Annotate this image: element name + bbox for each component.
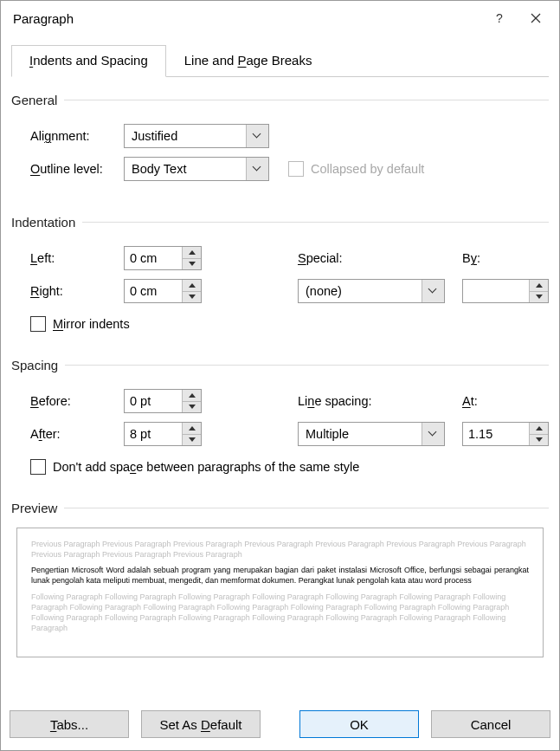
- step-up-button[interactable]: [530, 423, 548, 435]
- label-no-space-same-style: Don't add space between paragraphs of th…: [53, 460, 359, 474]
- group-heading-spacing: Spacing: [11, 358, 58, 372]
- group-indentation: Indentation Left: Special: By:: [11, 215, 549, 332]
- tabs-button[interactable]: Tabs...: [10, 710, 129, 738]
- triangle-down-icon: [189, 295, 196, 299]
- checkbox-collapsed: [288, 161, 304, 177]
- triangle-up-icon: [189, 426, 196, 431]
- label-before: Before:: [30, 394, 71, 408]
- preview-previous-text: Previous Paragraph Previous Paragraph Pr…: [31, 539, 529, 560]
- input-at[interactable]: [463, 423, 529, 445]
- dialog-title: Paragraph: [13, 11, 481, 26]
- step-down-button[interactable]: [183, 402, 201, 413]
- divider: [64, 508, 549, 508]
- spinner-by[interactable]: [462, 279, 549, 303]
- select-special[interactable]: (none): [298, 279, 445, 303]
- spinner-before[interactable]: [124, 389, 202, 413]
- help-button[interactable]: ?: [481, 5, 518, 31]
- step-down-button[interactable]: [530, 292, 548, 303]
- triangle-up-icon: [189, 250, 196, 255]
- select-outline-value: Body Text: [125, 162, 246, 176]
- triangle-up-icon: [536, 426, 543, 431]
- divider: [82, 222, 549, 223]
- label-mirror-indents: Mirror indents: [53, 317, 130, 331]
- group-general: General Alignment: Justified Outline lev…: [11, 93, 549, 185]
- select-outline-level[interactable]: Body Text: [124, 157, 269, 181]
- step-down-button[interactable]: [183, 259, 201, 270]
- step-up-button[interactable]: [183, 247, 201, 259]
- step-up-button[interactable]: [530, 280, 548, 292]
- dialog-footer: Tabs... Set As Default OK Cancel: [1, 698, 559, 750]
- triangle-down-icon: [536, 437, 543, 442]
- select-alignment[interactable]: Justified: [124, 124, 269, 148]
- title-bar: Paragraph ?: [1, 1, 559, 36]
- close-button[interactable]: [518, 5, 554, 31]
- divider: [65, 365, 549, 366]
- triangle-up-icon: [189, 393, 196, 398]
- preview-body-text: Pengertian Microsoft Word adalah sebuah …: [31, 565, 529, 586]
- chevron-down-icon: [246, 158, 268, 180]
- label-outline-level: Outline level:: [30, 162, 103, 176]
- group-spacing: Spacing Before: Line spacing: At:: [11, 358, 549, 475]
- spinner-at[interactable]: [462, 422, 549, 446]
- triangle-up-icon: [536, 283, 543, 288]
- input-after[interactable]: [125, 423, 182, 445]
- select-line-spacing[interactable]: Multiple: [298, 422, 445, 446]
- spinner-right[interactable]: [124, 279, 202, 303]
- paragraph-dialog: Paragraph ? Indents and Spacing Line and…: [0, 0, 560, 751]
- group-preview: Preview Previous Paragraph Previous Para…: [11, 501, 549, 657]
- triangle-up-icon: [189, 283, 196, 288]
- tab-line-page-breaks[interactable]: Line and Page Breaks: [166, 45, 331, 77]
- triangle-down-icon: [189, 437, 196, 442]
- divider: [64, 100, 549, 100]
- chevron-down-icon: [422, 280, 444, 302]
- close-icon: [531, 13, 541, 23]
- group-heading-preview: Preview: [11, 501, 57, 515]
- step-down-button[interactable]: [183, 435, 201, 446]
- chevron-down-icon: [422, 423, 444, 445]
- chevron-down-icon: [246, 125, 268, 147]
- preview-box: Previous Paragraph Previous Paragraph Pr…: [16, 528, 544, 657]
- step-down-button[interactable]: [183, 292, 201, 303]
- step-up-button[interactable]: [183, 423, 201, 435]
- label-by: By:: [462, 251, 480, 265]
- triangle-down-icon: [536, 295, 543, 299]
- select-special-value: (none): [299, 284, 422, 298]
- label-special: Special:: [298, 251, 343, 265]
- spinner-left[interactable]: [124, 246, 202, 270]
- checkbox-no-space-same-style[interactable]: [30, 459, 46, 475]
- group-heading-general: General: [11, 93, 57, 107]
- step-up-button[interactable]: [183, 390, 201, 402]
- label-line-spacing: Line spacing:: [298, 394, 371, 408]
- label-left: Left:: [30, 251, 55, 265]
- spinner-after[interactable]: [124, 422, 202, 446]
- checkbox-mirror-indents[interactable]: [30, 316, 46, 332]
- label-after: After:: [30, 427, 61, 441]
- label-collapsed: Collapsed by default: [311, 162, 424, 176]
- tab-strip: Indents and Spacing Line and Page Breaks: [11, 44, 549, 77]
- triangle-down-icon: [189, 262, 196, 266]
- triangle-down-icon: [189, 405, 196, 409]
- label-right: Right:: [30, 284, 63, 298]
- tab-indents-spacing[interactable]: Indents and Spacing: [11, 45, 166, 77]
- select-line-spacing-value: Multiple: [299, 427, 422, 441]
- label-alignment: Alignment:: [30, 129, 90, 143]
- group-heading-indentation: Indentation: [11, 215, 75, 230]
- cancel-button[interactable]: Cancel: [431, 710, 550, 738]
- preview-following-text: Following Paragraph Following Paragraph …: [31, 592, 529, 634]
- step-down-button[interactable]: [530, 435, 548, 446]
- input-by[interactable]: [463, 280, 529, 302]
- set-as-default-button[interactable]: Set As Default: [141, 710, 261, 738]
- step-up-button[interactable]: [183, 280, 201, 292]
- input-right[interactable]: [125, 280, 182, 302]
- ok-button[interactable]: OK: [299, 710, 419, 738]
- input-left[interactable]: [125, 247, 182, 269]
- input-before[interactable]: [125, 390, 182, 412]
- label-at: At:: [462, 394, 478, 408]
- select-alignment-value: Justified: [125, 129, 246, 143]
